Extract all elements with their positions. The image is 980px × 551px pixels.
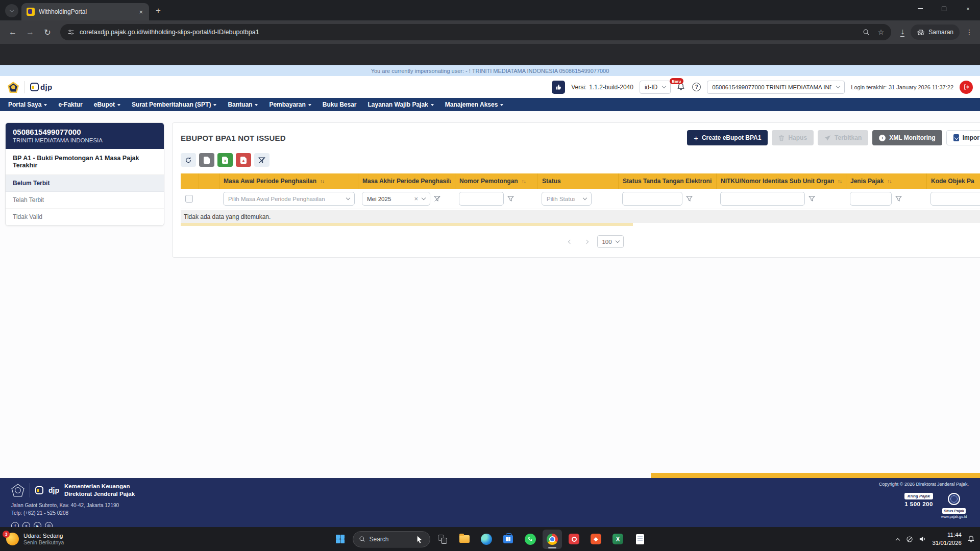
clear-filter-button[interactable] — [254, 153, 270, 167]
export-excel-button[interactable]: X — [217, 153, 233, 167]
import-data-button[interactable]: Impor data — [946, 130, 980, 145]
taskbar-clock[interactable]: 11:44 31/01/2026 — [932, 531, 962, 547]
start-button[interactable] — [331, 530, 350, 549]
column-header-nomor-pemotongan[interactable]: Nomor Pemotongan↑↓ — [455, 173, 538, 189]
taxpayer-select[interactable]: 0508615499077000 TRINITI MEDIATAMA INDON… — [707, 81, 845, 94]
globe-icon — [948, 493, 960, 505]
sort-icon[interactable]: ↑↓ — [838, 179, 842, 184]
window-maximize-button[interactable] — [932, 0, 956, 17]
store-button[interactable] — [499, 530, 518, 549]
kode-objek-pa-filter-input[interactable] — [930, 192, 980, 206]
new-tab-button[interactable]: + — [151, 4, 165, 18]
taskbar-search[interactable]: Search — [353, 531, 430, 547]
clear-icon[interactable]: × — [414, 195, 418, 202]
app-orange-button[interactable]: ◆ — [586, 530, 606, 549]
nav-item-e-faktur[interactable]: e-Faktur — [58, 101, 82, 108]
notification-bell-icon[interactable] — [967, 535, 975, 543]
edge-button[interactable] — [477, 530, 496, 549]
row-checkbox[interactable] — [185, 195, 193, 203]
feedback-button[interactable] — [552, 81, 565, 94]
export-pdf-button[interactable]: A — [236, 153, 251, 167]
task-view-button[interactable] — [433, 530, 452, 549]
chrome-button[interactable] — [543, 530, 562, 549]
chevron-up-icon — [896, 538, 900, 542]
create-ebupot-button[interactable]: + Create eBupot BPA1 — [687, 130, 768, 145]
filter-slash-icon[interactable] — [434, 195, 440, 202]
edge-icon — [481, 534, 492, 545]
column-header-masa-awal-periode-penghasilan[interactable]: Masa Awal Periode Penghasilan↑↓ — [219, 173, 358, 189]
incognito-profile-chip[interactable]: Samaran — [911, 24, 960, 40]
bookmark-star-icon[interactable]: ☆ — [878, 28, 885, 36]
hidden-icons-button[interactable] — [895, 534, 900, 545]
url-bar[interactable]: coretaxdjp.pajak.go.id/withholding-slips… — [60, 24, 891, 40]
volume-icon[interactable] — [919, 535, 926, 543]
status-filter-select[interactable]: Pilih Status — [542, 192, 592, 206]
filter-icon[interactable] — [507, 195, 514, 202]
nav-item-surat-pemberitahuan-spt[interactable]: Surat Pemberitahuan (SPT) — [132, 101, 216, 108]
help-button[interactable]: ? — [692, 83, 701, 91]
nav-item-layanan-wajib-pajak[interactable]: Layanan Wajib Pajak — [368, 101, 434, 108]
notepad-button[interactable] — [630, 530, 650, 549]
site-settings-icon[interactable] — [67, 29, 75, 36]
jenis-pajak-filter-input[interactable] — [850, 192, 892, 206]
masa-akhir-periode-penghasilan-filter-select[interactable]: Mei 2025× — [362, 192, 430, 206]
locale-select[interactable]: id-ID — [640, 81, 671, 94]
column-header-nitku-nomor-identitas-sub-unit-organisas[interactable]: NITKU/Nomor Identitas Sub Unit Organisas… — [717, 173, 846, 189]
next-page-button[interactable] — [581, 236, 592, 247]
window-minimize-button[interactable] — [908, 0, 932, 17]
sort-icon[interactable]: ↑↓ — [887, 179, 891, 184]
app-red-button[interactable] — [565, 530, 584, 549]
nav-item-bantuan[interactable]: Bantuan — [228, 101, 258, 108]
nav-item-buku-besar[interactable]: Buku Besar — [323, 101, 357, 108]
whatsapp-button[interactable] — [521, 530, 540, 549]
status-tanda-tangan-elektronik-filter-input[interactable] — [622, 192, 682, 206]
export-csv-button[interactable] — [199, 153, 214, 167]
notifications-button[interactable]: Baru — [677, 82, 686, 92]
page-size-select[interactable]: 100 — [597, 235, 623, 248]
zoom-icon[interactable] — [863, 29, 870, 36]
nomor-pemotongan-filter-input[interactable] — [459, 192, 504, 206]
browser-actions: ↓ Samaran ⋮ — [900, 24, 973, 40]
filter-icon[interactable] — [808, 195, 815, 202]
tab-search-button[interactable] — [5, 4, 18, 17]
sort-icon[interactable]: ↑↓ — [522, 179, 526, 184]
nitku-nomor-identitas-sub-unit-organisas-filter-input[interactable] — [720, 192, 805, 206]
select-value: Pilih Masa Awal Periode Penghasilan — [228, 196, 325, 202]
tab-close-icon[interactable]: × — [138, 8, 144, 16]
search-placeholder: Search — [370, 536, 389, 543]
sidebar-item-telah-terbit[interactable]: Telah Terbit — [6, 192, 164, 209]
filter-icon[interactable] — [895, 195, 902, 202]
browser-menu-icon[interactable]: ⋮ — [966, 28, 973, 36]
prev-page-button[interactable] — [565, 236, 576, 247]
refresh-button[interactable] — [181, 153, 196, 167]
xml-monitoring-button[interactable]: i XML Monitoring — [872, 130, 942, 145]
nav-item-pembayaran[interactable]: Pembayaran — [269, 101, 311, 108]
weather-widget[interactable]: 3 Udara: Sedang Senin Berikutnya — [6, 533, 64, 545]
kring-pajak-label: Kring Pajak — [904, 493, 933, 499]
reload-button[interactable]: ↻ — [40, 24, 55, 40]
logout-button[interactable] — [960, 81, 973, 94]
column-header-jenis-pajak[interactable]: Jenis Pajak↑↓ — [846, 173, 927, 189]
forward-button[interactable]: → — [22, 24, 38, 40]
delete-button[interactable]: Hapus — [772, 130, 814, 145]
sidebar-item-belum-terbit[interactable]: Belum Terbit — [6, 175, 164, 192]
downloads-icon[interactable]: ↓ — [900, 28, 904, 37]
filter-cell-status-tanda-tangan-elektronik — [619, 192, 717, 206]
excel-button[interactable]: X — [608, 530, 628, 549]
file-explorer-button[interactable] — [455, 530, 474, 549]
window-close-button[interactable]: × — [956, 0, 980, 17]
filter-icon[interactable] — [686, 195, 693, 202]
notification-badge: 3 — [3, 531, 10, 538]
browser-tab[interactable]: WithholdingPortal × — [21, 3, 149, 20]
loading-bar — [181, 223, 633, 226]
taxpayer-value: 0508615499077000 TRINITI MEDIATAMA INDON… — [712, 84, 831, 90]
publish-button[interactable]: Terbitkan — [818, 130, 868, 145]
back-button[interactable]: ← — [5, 24, 20, 40]
sort-icon[interactable]: ↑↓ — [320, 179, 324, 184]
sidebar-item-tidak-valid[interactable]: Tidak Valid — [6, 209, 164, 226]
nav-item-portal-saya[interactable]: Portal Saya — [8, 101, 47, 108]
nav-item-manajemen-akses[interactable]: Manajemen Akses — [445, 101, 504, 108]
masa-awal-periode-penghasilan-filter-select[interactable]: Pilih Masa Awal Periode Penghasilan — [223, 192, 355, 206]
nav-item-ebupot[interactable]: eBupot — [94, 101, 120, 108]
no-internet-icon[interactable] — [906, 536, 913, 543]
